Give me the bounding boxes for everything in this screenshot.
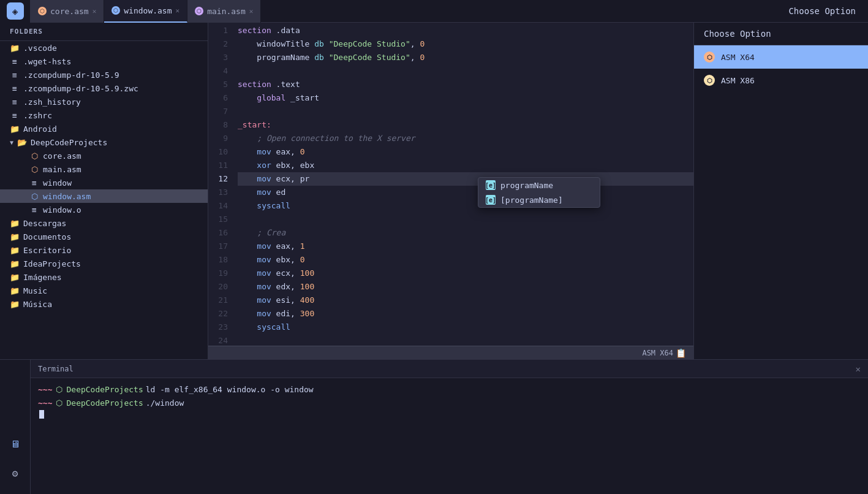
tab-close-core[interactable]: ✕ [92,7,97,15]
sidebar-item-label: .vscode [23,44,57,53]
status-mode-label: ASM X64 [642,349,673,357]
sidebar-item-label: IdeaProjects [23,259,81,268]
code-line: section .data [238,24,693,37]
option-item-asmx64[interactable]: ⬡ ASM X64 [694,45,868,69]
sidebar-item-label: Documentos [23,232,71,241]
line-num: 4 [213,64,228,78]
tab-core[interactable]: ⬡ core.asm ✕ [31,0,104,23]
sidebar-item-wget[interactable]: ≡ .wget-hsts [0,55,208,68]
code-area: 1 2 3 4 5 6 7 8 9 10 11 12 13 14 15 16 1 [208,23,693,346]
folder-icon: 📁 [10,124,20,134]
autocomplete-var-icon: [e] [486,180,496,190]
sidebar-item-core-asm[interactable]: ⬡ core.asm [0,149,208,162]
code-line: syscall [238,199,693,213]
tab-main[interactable]: ⬡ main.asm ✕ [187,0,261,23]
opt-icon-orange: ⬡ [704,51,715,63]
sidebar-content[interactable]: 📁 .vscode ≡ .wget-hsts ≡ .zcompdump-dr-1… [0,41,208,359]
line-num: 24 [213,334,228,346]
code-line: windowTitle db "DeepCode Studio", 0 [238,37,693,51]
sidebar-item-music[interactable]: 📁 Music [0,284,208,297]
right-panel: Choose Option ⬡ ASM X64 ⬡ ASM X86 [693,23,868,359]
sidebar-item-idea[interactable]: 📁 IdeaProjects [0,257,208,270]
line-num: 8 [213,118,228,132]
terminal-body[interactable]: ~~~ ⬡ DeepCodeProjects ld -m elf_x86_64 … [31,378,868,494]
line-num: 21 [213,294,228,307]
main-layout: Folders 📁 .vscode ≡ .wget-hsts ≡ .zcompd… [0,23,868,359]
folder-icon: 📁 [10,299,20,309]
sidebar-item-zsh-history[interactable]: ≡ .zsh_history [0,95,208,108]
sidebar-item-deepcode[interactable]: ▼ 📂 DeepCodeProjects [0,135,208,149]
sidebar-item-musica[interactable]: 📁 Música [0,297,208,311]
term-line-1: ~~~ ⬡ DeepCodeProjects ld -m elf_x86_64 … [38,383,861,397]
code-line: mov eax, 0 [238,145,693,159]
tab-label-core: core.asm [50,7,89,16]
sidebar-item-escritorio[interactable]: 📁 Escritorio [0,243,208,257]
option-item-asmx86[interactable]: ⬡ ASM X86 [694,69,868,92]
autocomplete-item-programname-ref[interactable]: [e] [programName] [478,192,600,207]
tab-icon-core: ⬡ [38,7,47,15]
line-num: 13 [213,186,228,199]
sidebar-title: Folders [0,23,208,41]
sidebar-item-label: window [43,178,72,188]
tab-label-main: main.asm [207,7,246,16]
term-dir: DeepCodeProjects [66,383,143,397]
sidebar-item-vscode[interactable]: 📁 .vscode [0,41,208,55]
line-num: 22 [213,307,228,321]
tabs-area: ⬡ core.asm ✕ ⬡ window.asm ✕ ⬡ main.asm ✕ [31,0,776,23]
autocomplete-popup: [e] programName [e] [programName] [478,177,600,208]
line-num: 14 [213,199,228,213]
sidebar-item-window[interactable]: ≡ window [0,176,208,189]
sidebar-item-documentos[interactable]: 📁 Documentos [0,230,208,243]
sidebar-item-label: window.o [43,205,81,215]
sidebar-item-android[interactable]: 📁 Android [0,122,208,135]
tab-close-main[interactable]: ✕ [249,7,254,15]
term-prompt-symbol: ⬡ [56,383,62,397]
line-num: 12 [213,172,228,186]
sidebar-item-label: core.asm [43,151,81,161]
line-num: 23 [213,321,228,334]
bottom-section: 🖥 ⚙ Terminal ✕ ~~~ ⬡ DeepCodeProjects ld… [0,359,868,494]
sidebar-item-window-asm[interactable]: ⬡ window.asm [0,189,208,203]
sidebar-item-window-o[interactable]: ≡ window.o [0,203,208,216]
tab-close-window[interactable]: ✕ [176,7,180,15]
code-line [238,213,693,226]
sidebar-item-main-asm[interactable]: ⬡ main.asm [0,162,208,176]
line-num: 17 [213,240,228,253]
line-num: 16 [213,226,228,240]
term-cmd: ./window [146,397,184,410]
editor-content[interactable]: 1 2 3 4 5 6 7 8 9 10 11 12 13 14 15 16 1 [208,23,693,346]
code-line: section .text [238,78,693,91]
terminal-close-button[interactable]: ✕ [856,364,861,374]
code-lines[interactable]: section .data windowTitle db "DeepCode S… [233,23,693,346]
expand-icon: ▼ [10,139,13,146]
sidebar-item-imagenes[interactable]: 📁 Imágenes [0,270,208,284]
editor-area: 1 2 3 4 5 6 7 8 9 10 11 12 13 14 15 16 1 [208,23,693,359]
sidebar-item-zshrc[interactable]: ≡ .zshrc [0,108,208,122]
sidebar-item-zcomp2[interactable]: ≡ .zcompdump-dr-10-5.9.zwc [0,82,208,95]
sidebar-item-label: .zcompdump-dr-10-5.9.zwc [23,84,138,93]
activity-bar-top: ◈ [0,0,31,23]
sidebar-item-descargas[interactable]: 📁 Descargas [0,216,208,230]
tab-window[interactable]: ⬡ window.asm ✕ [104,0,187,23]
folder-icon: 📁 [10,259,20,268]
copy-icon[interactable]: 📋 [676,348,686,358]
sidebar-item-label: .zcompdump-dr-10-5.9 [23,70,119,80]
choose-option-header: Choose Option [776,6,868,16]
term-cmd: ld -m elf_x86_64 window.o -o window [146,383,314,397]
autocomplete-item-programname[interactable]: [e] programName [478,178,600,192]
folder-icon: 📁 [10,245,20,255]
gear-icon[interactable]: ⚙ [7,465,24,482]
monitor-icon[interactable]: 🖥 [7,435,24,452]
sidebar-item-zcomp1[interactable]: ≡ .zcompdump-dr-10-5.9 [0,68,208,82]
code-line [238,105,693,118]
term-prompt-user: ~~~ [38,397,52,410]
line-num: 6 [213,91,228,105]
term-cursor-line [38,410,861,419]
terminal-header: Terminal ✕ [31,360,868,378]
line-num: 11 [213,159,228,172]
sidebar-item-label: Imágenes [23,273,62,282]
opt-icon-yellow: ⬡ [704,75,715,86]
tab-label-window: window.asm [124,6,172,15]
sidebar-item-label: .zshrc [23,111,52,120]
app-logo[interactable]: ◈ [7,2,24,20]
